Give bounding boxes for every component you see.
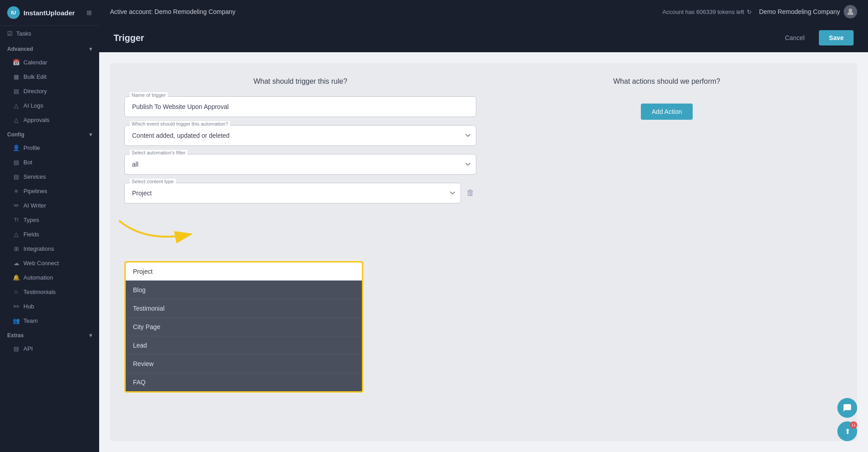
topbar-right: Account has 606339 tokens left ↻ Demo Re… bbox=[662, 5, 857, 18]
sidebar-item-ai-writer[interactable]: ✏ AI Writer bbox=[0, 198, 99, 212]
sidebar-item-automation[interactable]: 🔔 Automation bbox=[0, 270, 99, 285]
sidebar-item-team[interactable]: 👥 Team bbox=[0, 313, 99, 328]
bot-icon: ▤ bbox=[13, 158, 20, 166]
dropdown-item-testimonial-label: Testimonial bbox=[133, 305, 164, 312]
dropdown-item-faq-label: FAQ bbox=[133, 379, 146, 386]
company-name: Demo Remodeling Company bbox=[759, 8, 840, 15]
directory-icon: ▤ bbox=[13, 87, 20, 95]
company-info: Demo Remodeling Company bbox=[759, 5, 857, 18]
automation-icon: 🔔 bbox=[13, 274, 20, 281]
scroll-to-top-button[interactable]: ⬆ 11 bbox=[837, 421, 857, 441]
sidebar-item-pipelines-label: Pipelines bbox=[23, 188, 47, 194]
sidebar-item-team-label: Team bbox=[23, 317, 38, 324]
sidebar-item-pipelines[interactable]: ≡ Pipelines bbox=[0, 184, 99, 198]
card-right: What actions should we perform? Add Acti… bbox=[491, 77, 843, 427]
section-config-chevron: ▾ bbox=[89, 131, 92, 138]
dropdown-item-faq[interactable]: FAQ bbox=[126, 373, 362, 391]
event-select[interactable]: Content added, updated or deleted bbox=[124, 125, 476, 146]
pin-icon[interactable]: ⊞ bbox=[87, 9, 92, 16]
sidebar-item-directory-label: Directory bbox=[23, 88, 47, 95]
section-extras-chevron: ▾ bbox=[89, 332, 92, 339]
dropdown-item-lead[interactable]: Lead bbox=[126, 336, 362, 355]
dropdown-item-review[interactable]: Review bbox=[126, 355, 362, 373]
sidebar-item-ai-writer-label: AI Writer bbox=[23, 202, 46, 209]
pipelines-icon: ≡ bbox=[13, 187, 20, 194]
right-section-title: What actions should we perform? bbox=[613, 77, 720, 86]
section-advanced[interactable]: Advanced ▾ bbox=[0, 41, 99, 55]
sidebar-item-types[interactable]: Tt Types bbox=[0, 212, 99, 227]
bulk-edit-icon: ▦ bbox=[13, 73, 20, 80]
profile-icon: 👤 bbox=[13, 144, 20, 151]
sidebar-header: IU InstantUploader ⊞ bbox=[0, 0, 99, 26]
tasks-icon: ☑ bbox=[7, 30, 13, 37]
app-name: InstantUploader bbox=[23, 9, 75, 17]
tokens-info: Account has 606339 tokens left ↻ bbox=[662, 9, 752, 15]
event-label: Which event should trigger this automati… bbox=[130, 121, 230, 127]
save-button[interactable]: Save bbox=[819, 30, 854, 45]
section-config-label: Config bbox=[7, 131, 24, 138]
fields-icon: △ bbox=[13, 231, 20, 238]
testimonials-icon: ☆ bbox=[13, 288, 20, 295]
sidebar-item-calendar[interactable]: 📅 Calendar bbox=[0, 55, 99, 69]
sidebar-item-services-label: Services bbox=[23, 173, 46, 180]
sidebar-item-integrations[interactable]: ⊞ Integrations bbox=[0, 241, 99, 256]
hub-icon: ≡≡ bbox=[13, 303, 20, 310]
ai-writer-icon: ✏ bbox=[13, 202, 20, 209]
sidebar-item-tasks[interactable]: ☑ Tasks bbox=[0, 26, 99, 41]
refresh-icon[interactable]: ↻ bbox=[747, 9, 752, 15]
content-area: What should trigger this rule? Name of t… bbox=[99, 52, 868, 452]
sidebar-item-ai-logs[interactable]: △ AI Logs bbox=[0, 98, 99, 113]
dropdown-item-testimonial[interactable]: Testimonial bbox=[126, 299, 362, 318]
sidebar-item-automation-label: Automation bbox=[23, 274, 53, 281]
sidebar-item-web-connect-label: Web Connect bbox=[23, 260, 59, 267]
logo-area: IU InstantUploader bbox=[7, 6, 75, 19]
filter-label: Select automation's filter bbox=[130, 150, 187, 155]
sidebar-item-web-connect[interactable]: ☁ Web Connect bbox=[0, 256, 99, 270]
sidebar-item-bot-label: Bot bbox=[23, 159, 32, 166]
trigger-bar: Trigger Cancel Save bbox=[99, 23, 868, 52]
cancel-button[interactable]: Cancel bbox=[778, 31, 812, 45]
sidebar-item-profile[interactable]: 👤 Profile bbox=[0, 140, 99, 155]
dropdown-item-city-page[interactable]: City Page bbox=[126, 318, 362, 336]
avatar bbox=[844, 5, 857, 18]
arrow-annotation bbox=[110, 212, 209, 248]
sidebar-item-bulk-edit-label: Bulk Edit bbox=[23, 73, 46, 80]
api-icon: ▤ bbox=[13, 345, 20, 352]
content-type-select[interactable]: Project Blog Testimonial City Page Lead … bbox=[124, 183, 461, 203]
name-of-trigger-input[interactable] bbox=[124, 96, 476, 117]
sidebar-item-approvals-label: Approvals bbox=[23, 117, 50, 123]
name-of-trigger-group: Name of trigger bbox=[124, 96, 476, 117]
sidebar-item-bot[interactable]: ▤ Bot bbox=[0, 155, 99, 169]
chat-button[interactable] bbox=[837, 398, 857, 418]
main-card: What should trigger this rule? Name of t… bbox=[110, 63, 857, 441]
delete-filter-button[interactable]: 🗑 bbox=[465, 183, 476, 203]
sidebar-item-profile-label: Profile bbox=[23, 145, 40, 151]
sidebar-item-hub-label: Hub bbox=[23, 303, 34, 310]
sidebar-item-approvals[interactable]: △ Approvals bbox=[0, 113, 99, 127]
sidebar-item-services[interactable]: ▤ Services bbox=[0, 169, 99, 184]
sidebar-item-directory[interactable]: ▤ Directory bbox=[0, 84, 99, 98]
content-type-group: Select content type Project Blog Testimo… bbox=[124, 183, 461, 203]
sidebar-item-bulk-edit[interactable]: ▦ Bulk Edit bbox=[0, 69, 99, 84]
add-action-button[interactable]: Add Action bbox=[641, 104, 693, 120]
left-section-title: What should trigger this rule? bbox=[124, 77, 476, 86]
app-logo: IU bbox=[7, 6, 20, 19]
filter-select[interactable]: all bbox=[124, 154, 476, 175]
sidebar-item-hub[interactable]: ≡≡ Hub bbox=[0, 299, 99, 313]
section-extras[interactable]: Extras ▾ bbox=[0, 328, 99, 341]
dropdown-item-blog[interactable]: Blog bbox=[126, 281, 362, 299]
calendar-icon: 📅 bbox=[13, 59, 20, 66]
section-config[interactable]: Config ▾ bbox=[0, 127, 99, 140]
sidebar-item-api[interactable]: ▤ API bbox=[0, 341, 99, 356]
filter-group: Select automation's filter all bbox=[124, 154, 476, 175]
section-advanced-label: Advanced bbox=[7, 46, 33, 52]
svg-point-0 bbox=[849, 9, 852, 12]
web-connect-icon: ☁ bbox=[13, 259, 20, 267]
sidebar-item-testimonials[interactable]: ☆ Testimonials bbox=[0, 285, 99, 299]
event-group: Which event should trigger this automati… bbox=[124, 125, 476, 146]
content-type-dropdown: Project Blog Testimonial City Page Lead bbox=[124, 261, 363, 393]
dropdown-item-project[interactable]: Project bbox=[126, 262, 362, 281]
types-icon: Tt bbox=[13, 216, 20, 223]
sidebar-item-fields[interactable]: △ Fields bbox=[0, 227, 99, 241]
sidebar-item-ai-logs-label: AI Logs bbox=[23, 102, 43, 109]
